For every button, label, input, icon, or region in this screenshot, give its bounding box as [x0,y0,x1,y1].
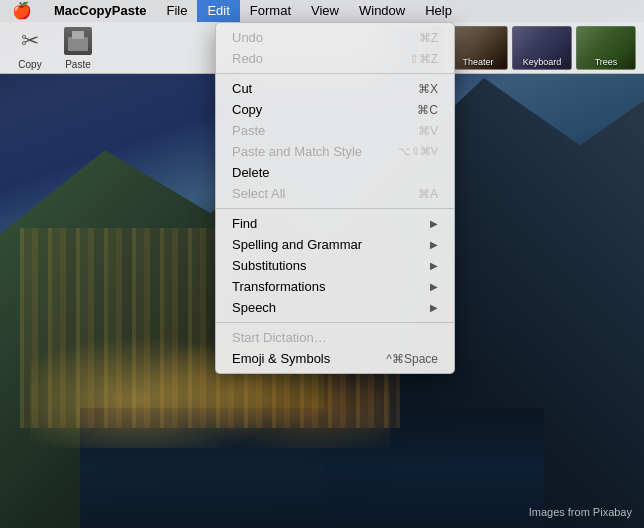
menu-paste[interactable]: Paste ⌘V [216,120,454,141]
menu-paste-match-label: Paste and Match Style [232,144,362,159]
thumbnail-keyboard-label: Keyboard [513,57,571,67]
menu-undo[interactable]: Undo ⌘Z [216,27,454,48]
menu-find-label: Find [232,216,257,231]
menu-copy-shortcut: ⌘C [417,103,438,117]
menu-select-all[interactable]: Select All ⌘A [216,183,454,204]
menu-transformations-label: Transformations [232,279,325,294]
menu-cut-shortcut: ⌘X [418,82,438,96]
menu-redo[interactable]: Redo ⇧⌘Z [216,48,454,69]
menu-cut-label: Cut [232,81,252,96]
menu-format[interactable]: Format [240,0,301,22]
thumbnail-trees[interactable]: Trees [576,26,636,70]
menu-substitutions-label: Substitutions [232,258,306,273]
thumbnail-trees-label: Trees [577,57,635,67]
menu-select-all-shortcut: ⌘A [418,187,438,201]
menu-emoji-label: Emoji & Symbols [232,351,330,366]
separator-2 [216,208,454,209]
menu-file[interactable]: File [156,0,197,22]
menu-help[interactable]: Help [415,0,462,22]
pixabay-credit: Images from Pixabay [529,506,632,518]
menu-paste-match-shortcut: ⌥⇧⌘V [398,145,438,158]
menu-redo-label: Redo [232,51,263,66]
thumbnail-theater-label: Theater [449,57,507,67]
copy-label: Copy [18,59,41,70]
menu-copy[interactable]: Copy ⌘C [216,99,454,120]
menu-find[interactable]: Find [216,213,454,234]
menu-dictation-label: Start Dictation… [232,330,327,345]
separator-3 [216,322,454,323]
thumbnail-theater[interactable]: Theater [448,26,508,70]
scissors-icon-area: ✂ [14,25,46,57]
menu-delete[interactable]: Delete [216,162,454,183]
menu-emoji[interactable]: Emoji & Symbols ^⌘Space [216,348,454,369]
menu-redo-shortcut: ⇧⌘Z [409,52,438,66]
menu-transformations[interactable]: Transformations [216,276,454,297]
menu-copy-label: Copy [232,102,262,117]
menu-paste-label: Paste [232,123,265,138]
menu-spelling[interactable]: Spelling and Grammar [216,234,454,255]
thumbnail-keyboard[interactable]: Keyboard [512,26,572,70]
menu-cut[interactable]: Cut ⌘X [216,78,454,99]
menu-emoji-shortcut: ^⌘Space [386,352,438,366]
menu-undo-shortcut: ⌘Z [419,31,438,45]
menu-dictation[interactable]: Start Dictation… [216,327,454,348]
scissors-icon: ✂ [21,28,39,54]
apple-menu[interactable]: 🍎 [0,0,44,22]
paste-label: Paste [65,59,91,70]
menu-select-all-label: Select All [232,186,285,201]
menu-paste-match[interactable]: Paste and Match Style ⌥⇧⌘V [216,141,454,162]
menu-app-name[interactable]: MacCopyPaste [44,0,156,22]
menu-window[interactable]: Window [349,0,415,22]
menu-spelling-label: Spelling and Grammar [232,237,362,252]
stamp-icon [64,27,92,55]
menu-delete-label: Delete [232,165,270,180]
menu-edit[interactable]: Edit [197,0,239,22]
copy-button[interactable]: ✂ Copy [10,23,50,72]
paste-icon-area [62,25,94,57]
separator-1 [216,73,454,74]
menu-bar: 🍎 MacCopyPaste File Edit Format View Win… [0,0,644,22]
menu-undo-label: Undo [232,30,263,45]
menu-view[interactable]: View [301,0,349,22]
menu-speech[interactable]: Speech [216,297,454,318]
menu-substitutions[interactable]: Substitutions [216,255,454,276]
menu-speech-label: Speech [232,300,276,315]
paste-button[interactable]: Paste [58,23,98,72]
edit-dropdown-menu: Undo ⌘Z Redo ⇧⌘Z Cut ⌘X Copy ⌘C Paste ⌘V… [215,22,455,374]
menu-paste-shortcut: ⌘V [418,124,438,138]
